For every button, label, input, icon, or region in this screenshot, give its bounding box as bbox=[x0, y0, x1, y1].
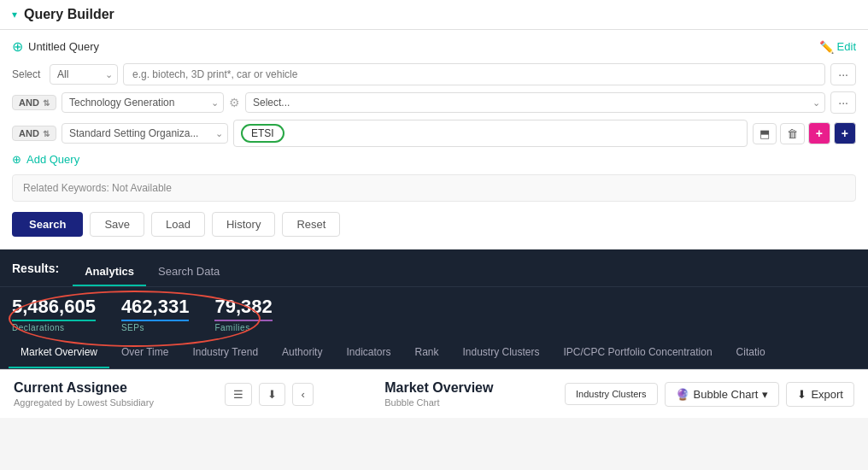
market-overview-sub: Bubble Chart bbox=[384, 397, 493, 408]
market-overview-title: Market Overview bbox=[384, 380, 493, 396]
search-button[interactable]: Search bbox=[12, 212, 83, 237]
select-label: Select bbox=[12, 68, 44, 80]
tab-analytics[interactable]: Analytics bbox=[73, 258, 146, 286]
related-keywords-label: Related Keywords: bbox=[23, 182, 109, 194]
dropdown-arrow-icon: ▾ bbox=[762, 388, 768, 401]
sso-dropdown[interactable]: Standard Setting Organiza... bbox=[62, 123, 228, 144]
settings-icon-row2[interactable]: ⚙ bbox=[229, 96, 240, 109]
select-placeholder-wrap: Select... bbox=[245, 92, 825, 113]
declarations-label: Declarations bbox=[12, 323, 96, 332]
download-button[interactable]: ⬇ bbox=[259, 383, 285, 406]
app-title: Query Builder bbox=[24, 7, 114, 22]
keyword-input[interactable] bbox=[123, 63, 825, 85]
download-export-icon: ⬇ bbox=[797, 388, 806, 401]
query-row-3: AND ⇅ Standard Setting Organiza... ETSI … bbox=[12, 120, 856, 147]
and-label-2: AND bbox=[19, 97, 39, 108]
sso-wrap: Standard Setting Organiza... bbox=[62, 123, 228, 144]
families-underline bbox=[214, 320, 272, 321]
app-header: ▾ Query Builder bbox=[0, 0, 868, 30]
related-keywords-value: Not Available bbox=[112, 182, 172, 194]
add-query-label: Add Query bbox=[26, 153, 79, 166]
sub-tab-industry-clusters[interactable]: Industry Clusters bbox=[451, 338, 552, 368]
results-label: Results: bbox=[12, 261, 59, 284]
stat-families: 79,382 Families bbox=[214, 296, 272, 332]
results-section: Results: Analytics Search Data 5,486,605… bbox=[0, 250, 868, 369]
history-button[interactable]: History bbox=[212, 212, 275, 237]
sort-arrows-3: ⇅ bbox=[43, 129, 50, 138]
declarations-value: 5,486,605 bbox=[12, 296, 96, 318]
families-label: Families bbox=[214, 323, 272, 332]
market-overview-block: Market Overview Bubble Chart bbox=[384, 380, 493, 408]
tag-input-area[interactable]: ETSI bbox=[233, 120, 748, 147]
and-badge-2: AND ⇅ bbox=[12, 95, 56, 110]
row1-more-button[interactable]: ··· bbox=[830, 63, 856, 85]
stat-declarations: 5,486,605 Declarations bbox=[12, 296, 96, 332]
stat-seps: 462,331 SEPs bbox=[121, 296, 190, 332]
industry-clusters-box: Industry Clusters bbox=[565, 383, 658, 405]
stats-row: 5,486,605 Declarations 462,331 SEPs 79,3… bbox=[0, 287, 868, 338]
untitled-query-label: Untitled Query bbox=[28, 40, 99, 53]
sub-tab-ipc-cpc[interactable]: IPC/CPC Portfolio Concentration bbox=[552, 338, 724, 368]
download-icon-btn[interactable]: ⬒ bbox=[753, 123, 777, 144]
select-all-dropdown[interactable]: All bbox=[50, 64, 118, 85]
query-row-1: Select All ··· bbox=[12, 63, 856, 85]
export-label: Export bbox=[811, 388, 843, 401]
declarations-underline bbox=[12, 320, 96, 321]
add-query-plus-icon: ⊕ bbox=[12, 153, 21, 166]
families-value: 79,382 bbox=[214, 296, 272, 318]
pencil-icon: ✏️ bbox=[819, 40, 834, 54]
query-title: ⊕ Untitled Query bbox=[12, 38, 99, 55]
tech-gen-wrap: Technology Generation bbox=[62, 92, 224, 113]
chevron-down-icon[interactable]: ▾ bbox=[12, 9, 17, 21]
current-assignee-title: Current Assignee bbox=[14, 380, 154, 396]
related-keywords-section: Related Keywords: Not Available bbox=[12, 174, 856, 202]
bottom-center-controls: ☰ ⬇ ‹ bbox=[225, 383, 313, 406]
sub-tab-market-overview[interactable]: Market Overview bbox=[9, 338, 109, 368]
sub-tab-over-time[interactable]: Over Time bbox=[109, 338, 180, 368]
add-query-row[interactable]: ⊕ Add Query bbox=[12, 153, 856, 166]
seps-value: 462,331 bbox=[121, 296, 190, 318]
query-section: ⊕ Untitled Query ✏️ Edit Select All ··· … bbox=[0, 30, 868, 250]
bottom-right-controls: Industry Clusters 🔮 Bubble Chart ▾ ⬇ Exp… bbox=[565, 382, 854, 407]
tab-search-data[interactable]: Search Data bbox=[146, 258, 232, 286]
sub-nav: Market Overview Over Time Industry Trend… bbox=[0, 338, 868, 369]
export-button[interactable]: ⬇ Export bbox=[786, 382, 854, 407]
plus-teal-btn[interactable]: + bbox=[834, 122, 856, 144]
current-assignee-sub: Aggregated by Lowest Subsidiary bbox=[14, 397, 154, 408]
industry-clusters-label: Industry Clusters bbox=[576, 389, 647, 399]
tech-gen-value-dropdown[interactable]: Select... bbox=[245, 92, 825, 113]
edit-button[interactable]: ✏️ Edit bbox=[819, 40, 856, 54]
sub-tab-indicators[interactable]: Indicators bbox=[334, 338, 402, 368]
reset-button[interactable]: Reset bbox=[282, 212, 340, 237]
row3-action-btns: ⬒ 🗑 + + bbox=[753, 122, 856, 144]
edit-label: Edit bbox=[837, 40, 856, 53]
bubble-chart-button[interactable]: 🔮 Bubble Chart ▾ bbox=[665, 382, 780, 407]
sub-tab-citation[interactable]: Citatio bbox=[724, 338, 777, 368]
load-button[interactable]: Load bbox=[151, 212, 205, 237]
action-row: Search Save Load History Reset bbox=[12, 212, 856, 237]
bottom-panel: Current Assignee Aggregated by Lowest Su… bbox=[0, 369, 868, 418]
bubble-chart-label: Bubble Chart bbox=[694, 388, 759, 401]
bubble-icon: 🔮 bbox=[676, 388, 689, 401]
and-badge-3: AND ⇅ bbox=[12, 126, 56, 141]
back-button[interactable]: ‹ bbox=[292, 383, 313, 406]
sub-tab-industry-trend[interactable]: Industry Trend bbox=[180, 338, 270, 368]
filter-button[interactable]: ☰ bbox=[225, 383, 252, 406]
circle-plus-icon: ⊕ bbox=[12, 38, 23, 55]
current-assignee-block: Current Assignee Aggregated by Lowest Su… bbox=[14, 380, 154, 408]
delete-icon-btn[interactable]: 🗑 bbox=[780, 123, 805, 144]
seps-underline bbox=[121, 320, 190, 321]
etsi-tag[interactable]: ETSI bbox=[241, 124, 284, 143]
sub-tab-rank[interactable]: Rank bbox=[402, 338, 450, 368]
query-row-2: AND ⇅ Technology Generation ⚙ Select... … bbox=[12, 91, 856, 114]
row2-more-button[interactable]: ··· bbox=[830, 91, 856, 114]
save-button[interactable]: Save bbox=[90, 212, 144, 237]
plus-pink-btn[interactable]: + bbox=[808, 122, 830, 144]
results-tabs: Results: Analytics Search Data bbox=[0, 250, 868, 287]
seps-label: SEPs bbox=[121, 323, 190, 332]
tech-gen-dropdown[interactable]: Technology Generation bbox=[62, 92, 224, 113]
and-label-3: AND bbox=[19, 128, 39, 138]
select-type-wrap: All bbox=[50, 64, 118, 85]
query-title-row: ⊕ Untitled Query ✏️ Edit bbox=[12, 38, 856, 55]
sub-tab-authority[interactable]: Authority bbox=[270, 338, 334, 368]
